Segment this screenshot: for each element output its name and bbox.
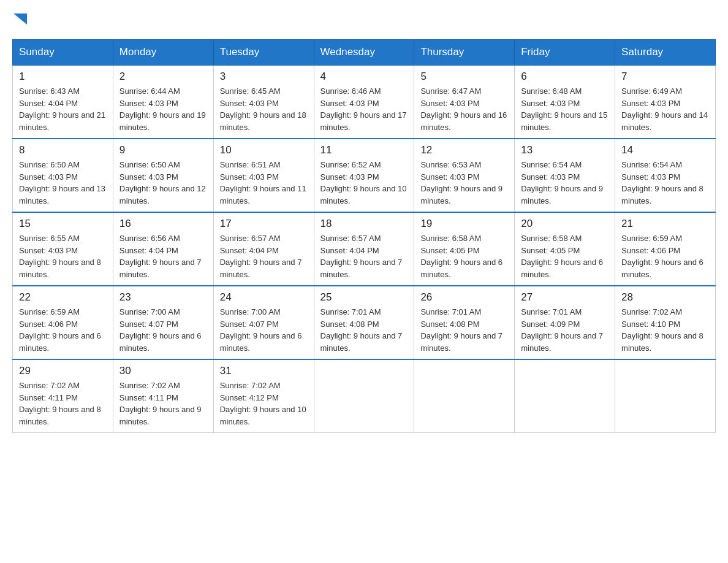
day-number: 21 <box>621 218 709 230</box>
day-number: 11 <box>320 144 408 156</box>
calendar-cell: 9 Sunrise: 6:50 AMSunset: 4:03 PMDayligh… <box>113 139 213 212</box>
calendar-cell: 31 Sunrise: 7:02 AMSunset: 4:12 PMDaylig… <box>213 359 314 433</box>
day-number: 30 <box>119 365 207 377</box>
day-info: Sunrise: 6:54 AMSunset: 4:03 PMDaylight:… <box>521 160 603 205</box>
day-number: 26 <box>420 291 508 304</box>
calendar-cell: 12 Sunrise: 6:53 AMSunset: 4:03 PMDaylig… <box>414 139 515 212</box>
calendar-cell: 22 Sunrise: 6:59 AMSunset: 4:06 PMDaylig… <box>13 286 113 359</box>
day-info: Sunrise: 7:01 AMSunset: 4:08 PMDaylight:… <box>320 307 403 353</box>
day-info: Sunrise: 6:53 AMSunset: 4:03 PMDaylight:… <box>420 160 502 205</box>
day-number: 24 <box>220 291 308 304</box>
day-number: 13 <box>521 144 609 156</box>
svg-marker-0 <box>13 13 27 25</box>
day-number: 18 <box>320 218 408 230</box>
day-number: 4 <box>320 71 408 83</box>
day-info: Sunrise: 6:58 AMSunset: 4:05 PMDaylight:… <box>420 234 502 279</box>
calendar-cell <box>515 359 615 433</box>
calendar-cell: 15 Sunrise: 6:55 AMSunset: 4:03 PMDaylig… <box>13 212 113 286</box>
calendar-cell: 5 Sunrise: 6:47 AMSunset: 4:03 PMDayligh… <box>414 65 515 139</box>
calendar-cell: 23 Sunrise: 7:00 AMSunset: 4:07 PMDaylig… <box>113 286 213 359</box>
calendar-header-wednesday: Wednesday <box>314 40 414 66</box>
calendar-cell: 11 Sunrise: 6:52 AMSunset: 4:03 PMDaylig… <box>314 139 414 212</box>
logo-arrow-icon <box>13 13 27 27</box>
day-number: 5 <box>420 71 508 83</box>
calendar-cell: 29 Sunrise: 7:02 AMSunset: 4:11 PMDaylig… <box>13 359 113 433</box>
day-info: Sunrise: 6:50 AMSunset: 4:03 PMDaylight:… <box>119 160 206 205</box>
day-number: 6 <box>521 71 609 83</box>
day-number: 12 <box>420 144 508 156</box>
calendar-cell: 3 Sunrise: 6:45 AMSunset: 4:03 PMDayligh… <box>213 65 314 139</box>
day-info: Sunrise: 6:49 AMSunset: 4:03 PMDaylight:… <box>621 86 708 132</box>
day-number: 2 <box>119 71 207 83</box>
day-info: Sunrise: 6:45 AMSunset: 4:03 PMDaylight:… <box>220 86 306 132</box>
day-number: 28 <box>621 291 709 304</box>
calendar-cell: 24 Sunrise: 7:00 AMSunset: 4:07 PMDaylig… <box>213 286 314 359</box>
day-info: Sunrise: 6:50 AMSunset: 4:03 PMDaylight:… <box>19 160 105 205</box>
day-info: Sunrise: 7:02 AMSunset: 4:11 PMDaylight:… <box>19 381 101 426</box>
day-info: Sunrise: 7:02 AMSunset: 4:10 PMDaylight:… <box>621 307 703 353</box>
calendar-cell: 10 Sunrise: 6:51 AMSunset: 4:03 PMDaylig… <box>213 139 314 212</box>
day-info: Sunrise: 6:48 AMSunset: 4:03 PMDaylight:… <box>521 86 607 132</box>
day-number: 29 <box>19 365 107 377</box>
day-number: 25 <box>320 291 408 304</box>
calendar-header-sunday: Sunday <box>13 40 113 66</box>
day-number: 10 <box>220 144 308 156</box>
week-row-4: 22 Sunrise: 6:59 AMSunset: 4:06 PMDaylig… <box>13 286 716 359</box>
calendar-cell: 16 Sunrise: 6:56 AMSunset: 4:04 PMDaylig… <box>113 212 213 286</box>
logo <box>12 12 27 27</box>
day-number: 8 <box>19 144 107 156</box>
day-number: 7 <box>621 71 709 83</box>
week-row-2: 8 Sunrise: 6:50 AMSunset: 4:03 PMDayligh… <box>13 139 716 212</box>
day-number: 14 <box>621 144 709 156</box>
day-number: 16 <box>119 218 207 230</box>
day-number: 22 <box>19 291 107 304</box>
day-number: 9 <box>119 144 207 156</box>
day-info: Sunrise: 7:00 AMSunset: 4:07 PMDaylight:… <box>220 307 302 353</box>
day-info: Sunrise: 6:56 AMSunset: 4:04 PMDaylight:… <box>119 234 202 279</box>
day-number: 23 <box>119 291 207 304</box>
week-row-1: 1 Sunrise: 6:43 AMSunset: 4:04 PMDayligh… <box>13 65 716 139</box>
day-info: Sunrise: 7:01 AMSunset: 4:08 PMDaylight:… <box>420 307 502 353</box>
day-info: Sunrise: 7:02 AMSunset: 4:12 PMDaylight:… <box>220 381 306 426</box>
day-number: 3 <box>220 71 308 83</box>
day-info: Sunrise: 6:44 AMSunset: 4:03 PMDaylight:… <box>119 86 206 132</box>
calendar-cell: 14 Sunrise: 6:54 AMSunset: 4:03 PMDaylig… <box>615 139 716 212</box>
day-info: Sunrise: 7:01 AMSunset: 4:09 PMDaylight:… <box>521 307 603 353</box>
calendar-header-row: SundayMondayTuesdayWednesdayThursdayFrid… <box>13 40 716 66</box>
day-info: Sunrise: 6:55 AMSunset: 4:03 PMDaylight:… <box>19 234 101 279</box>
calendar-cell: 4 Sunrise: 6:46 AMSunset: 4:03 PMDayligh… <box>314 65 414 139</box>
day-info: Sunrise: 6:47 AMSunset: 4:03 PMDaylight:… <box>420 86 507 132</box>
week-row-3: 15 Sunrise: 6:55 AMSunset: 4:03 PMDaylig… <box>13 212 716 286</box>
day-info: Sunrise: 7:00 AMSunset: 4:07 PMDaylight:… <box>119 307 202 353</box>
day-number: 27 <box>521 291 609 304</box>
calendar-header-tuesday: Tuesday <box>213 40 314 66</box>
calendar-table: SundayMondayTuesdayWednesdayThursdayFrid… <box>12 39 716 433</box>
day-info: Sunrise: 6:59 AMSunset: 4:06 PMDaylight:… <box>621 234 703 279</box>
calendar-cell: 26 Sunrise: 7:01 AMSunset: 4:08 PMDaylig… <box>414 286 515 359</box>
calendar-cell: 20 Sunrise: 6:58 AMSunset: 4:05 PMDaylig… <box>515 212 615 286</box>
calendar-cell: 8 Sunrise: 6:50 AMSunset: 4:03 PMDayligh… <box>13 139 113 212</box>
day-number: 19 <box>420 218 508 230</box>
day-info: Sunrise: 6:59 AMSunset: 4:06 PMDaylight:… <box>19 307 101 353</box>
calendar-header-friday: Friday <box>515 40 615 66</box>
calendar-cell: 28 Sunrise: 7:02 AMSunset: 4:10 PMDaylig… <box>615 286 716 359</box>
day-info: Sunrise: 6:58 AMSunset: 4:05 PMDaylight:… <box>521 234 603 279</box>
page-header <box>12 12 716 27</box>
day-info: Sunrise: 6:46 AMSunset: 4:03 PMDaylight:… <box>320 86 407 132</box>
calendar-cell <box>615 359 716 433</box>
calendar-cell: 21 Sunrise: 6:59 AMSunset: 4:06 PMDaylig… <box>615 212 716 286</box>
calendar-cell <box>414 359 515 433</box>
week-row-5: 29 Sunrise: 7:02 AMSunset: 4:11 PMDaylig… <box>13 359 716 433</box>
calendar-header-saturday: Saturday <box>615 40 716 66</box>
day-info: Sunrise: 6:51 AMSunset: 4:03 PMDaylight:… <box>220 160 306 205</box>
day-info: Sunrise: 6:54 AMSunset: 4:03 PMDaylight:… <box>621 160 703 205</box>
calendar-cell: 27 Sunrise: 7:01 AMSunset: 4:09 PMDaylig… <box>515 286 615 359</box>
day-number: 31 <box>220 365 308 377</box>
calendar-cell: 1 Sunrise: 6:43 AMSunset: 4:04 PMDayligh… <box>13 65 113 139</box>
calendar-cell: 18 Sunrise: 6:57 AMSunset: 4:04 PMDaylig… <box>314 212 414 286</box>
calendar-cell: 25 Sunrise: 7:01 AMSunset: 4:08 PMDaylig… <box>314 286 414 359</box>
day-number: 1 <box>19 71 107 83</box>
calendar-cell: 17 Sunrise: 6:57 AMSunset: 4:04 PMDaylig… <box>213 212 314 286</box>
calendar-cell: 7 Sunrise: 6:49 AMSunset: 4:03 PMDayligh… <box>615 65 716 139</box>
calendar-cell: 13 Sunrise: 6:54 AMSunset: 4:03 PMDaylig… <box>515 139 615 212</box>
